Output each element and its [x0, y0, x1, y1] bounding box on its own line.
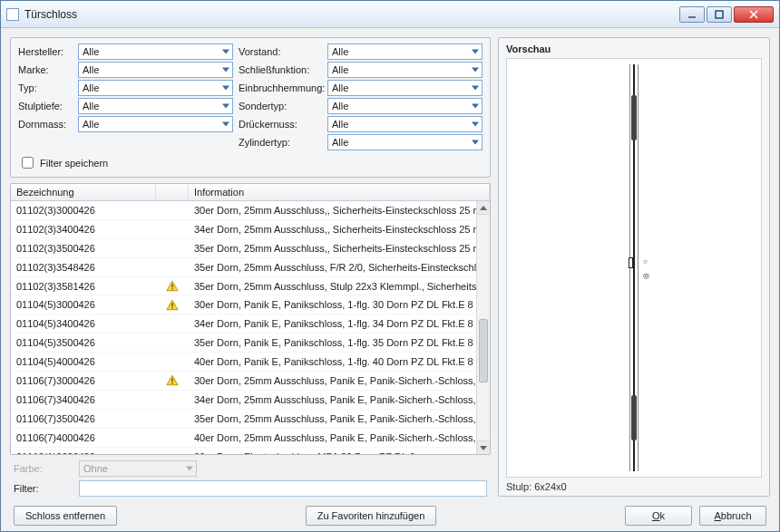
combo-vorstand[interactable]: Alle — [327, 44, 483, 60]
cell-information: 35er Dorn, 25mm Ausschluss, Stulp 22x3 K… — [189, 281, 476, 292]
table-row[interactable]: 01110(1)300042630er Dorn, Einsteckschlos… — [11, 448, 476, 454]
filters-grid: Hersteller: Alle Vorstand: Alle Marke: A… — [18, 44, 483, 150]
combo-value: Alle — [83, 101, 99, 111]
remove-lock-button[interactable]: Schloss entfernen — [14, 506, 117, 526]
table-row[interactable]: 01106(7)400042640er Dorn, 25mm Ausschlus… — [11, 429, 476, 448]
app-icon — [6, 8, 19, 21]
close-button[interactable] — [734, 6, 774, 23]
minimize-button[interactable] — [679, 6, 705, 23]
cell-bezeichnung: 01106(7)3000426 — [11, 375, 156, 386]
svg-rect-8 — [171, 303, 172, 306]
combo-stulptiefe[interactable]: Alle — [78, 98, 233, 114]
combo-value: Ohne — [83, 463, 108, 474]
preview-element-top — [631, 95, 637, 140]
table-row[interactable]: 01104(5)300042630er Dorn, Panik E, Panik… — [11, 295, 476, 314]
maximize-button[interactable] — [707, 6, 732, 23]
cell-warn — [156, 280, 189, 292]
cell-information: 35er Dorn, 25mm Ausschluss, Panik E, Pan… — [189, 413, 476, 424]
vertical-scrollbar[interactable] — [476, 201, 490, 454]
grid-header: Bezeichnung Information — [11, 184, 490, 201]
cell-information: 34er Dorn, Panik E, Panikschloss, 1-flg.… — [189, 318, 476, 329]
combo-value: Alle — [332, 101, 348, 111]
cell-information: 40er Dorn, Panik E, Panikschloss, 1-flg.… — [189, 356, 476, 367]
cell-bezeichnung: 01104(5)3000426 — [11, 299, 156, 310]
combo-hersteller[interactable]: Alle — [78, 44, 233, 60]
combo-marke[interactable]: Alle — [78, 62, 233, 78]
label-marke: Marke: — [18, 64, 73, 75]
combo-drueckernuss[interactable]: Alle — [327, 116, 483, 132]
cell-bezeichnung: 01102(3)3000426 — [11, 205, 156, 216]
label-schliessfunktion: Schließfunktion: — [239, 64, 322, 75]
cell-information: 34er Dorn, 25mm Ausschluss, Panik E, Pan… — [189, 394, 476, 405]
dialog-window: Türschloss Hersteller: Alle Vorstand: Al… — [0, 0, 780, 532]
filters-panel: Hersteller: Alle Vorstand: Alle Marke: A… — [10, 37, 491, 178]
table-row[interactable]: 01106(7)340042634er Dorn, 25mm Ausschlus… — [11, 391, 476, 410]
window-title: Türschloss — [24, 8, 679, 21]
ok-button[interactable]: Ok — [625, 506, 692, 526]
save-filter-checkbox[interactable] — [22, 157, 34, 169]
table-row[interactable]: 01106(7)300042630er Dorn, 25mm Ausschlus… — [11, 372, 476, 391]
cancel-button[interactable]: Abbruch — [699, 506, 766, 526]
cell-information: 34er Dorn, 25mm Ausschluss,, Sicherheits… — [189, 224, 476, 235]
label-einbruchhemmung: Einbruchhemmung: — [239, 82, 322, 93]
scroll-up-arrow-icon[interactable] — [477, 201, 490, 215]
label-drueckernuss: Drückernuss: — [239, 119, 322, 130]
preview-latch — [629, 257, 633, 268]
col-header-information[interactable]: Information — [189, 184, 490, 200]
table-row[interactable]: 01104(5)400042640er Dorn, Panik E, Panik… — [11, 353, 476, 372]
cell-warn — [156, 374, 189, 386]
combo-value: Alle — [332, 46, 348, 57]
combo-dornmass[interactable]: Alle — [78, 116, 233, 132]
combo-value: Alle — [83, 82, 99, 93]
add-favorite-button[interactable]: Zu Favoriten hinzufügen — [306, 506, 437, 526]
below-grid-controls: Farbe: Ohne Filter: — [10, 460, 491, 497]
filter-input[interactable] — [79, 480, 487, 497]
svg-rect-11 — [171, 379, 172, 382]
save-filter-row: Filter speichern — [18, 154, 483, 171]
preview-canvas: ○ ◎ — [506, 58, 762, 478]
warning-icon — [166, 280, 179, 292]
cell-information: 35er Dorn, 25mm Ausschluss, F/R 2/0, Sic… — [189, 262, 476, 273]
table-row[interactable]: 01102(3)358142635er Dorn, 25mm Ausschlus… — [11, 277, 476, 296]
combo-value: Alle — [332, 137, 348, 148]
preview-title: Vorschau — [506, 44, 762, 54]
combo-value: Alle — [332, 64, 348, 75]
table-row[interactable]: 01102(3)350042635er Dorn, 25mm Ausschlus… — [11, 239, 476, 258]
cell-bezeichnung: 01106(7)3500426 — [11, 413, 156, 424]
combo-sondertyp[interactable]: Alle — [327, 98, 483, 114]
filters-panel-wrap: Hersteller: Alle Vorstand: Alle Marke: A… — [10, 37, 491, 178]
combo-value: Alle — [83, 46, 99, 57]
table-row[interactable]: 01102(3)354842635er Dorn, 25mm Ausschlus… — [11, 258, 476, 277]
save-filter-label: Filter speichern — [40, 158, 108, 169]
combo-value: Alle — [332, 119, 348, 130]
preview-edge-right — [638, 64, 639, 471]
combo-schliessfunktion[interactable]: Alle — [327, 62, 483, 78]
label-hersteller: Hersteller: — [18, 46, 73, 57]
table-row[interactable]: 01104(5)340042634er Dorn, Panik E, Panik… — [11, 314, 476, 334]
table-row[interactable]: 01102(3)300042630er Dorn, 25mm Ausschlus… — [11, 201, 476, 220]
svg-rect-12 — [171, 383, 172, 384]
svg-rect-5 — [171, 284, 172, 287]
combo-farbe: Ohne — [79, 460, 197, 477]
label-zylindertyp: Zylindertyp: — [239, 137, 322, 148]
combo-value: Alle — [332, 82, 348, 93]
preview-mark-a: ○ — [643, 257, 648, 266]
label-dornmass: Dornmass: — [18, 119, 73, 130]
cell-bezeichnung: 01102(3)3548426 — [11, 262, 156, 273]
cell-bezeichnung: 01104(5)3400426 — [11, 318, 156, 329]
table-row[interactable]: 01102(3)340042634er Dorn, 25mm Ausschlus… — [11, 220, 476, 239]
preview-mark-b: ◎ — [643, 272, 649, 280]
combo-einbruchhemmung[interactable]: Alle — [327, 80, 483, 96]
combo-zylindertyp[interactable]: Alle — [327, 134, 483, 150]
combo-typ[interactable]: Alle — [78, 80, 233, 96]
result-grid: Bezeichnung Information 01102(3)30004263… — [10, 183, 491, 455]
table-row[interactable]: 01106(7)350042635er Dorn, 25mm Ausschlus… — [11, 410, 476, 429]
col-header-bezeichnung[interactable]: Bezeichnung — [11, 184, 156, 200]
col-header-warn[interactable] — [156, 184, 189, 200]
cell-bezeichnung: 01102(3)3400426 — [11, 224, 156, 235]
combo-value: Alle — [83, 64, 99, 75]
scroll-down-arrow-icon[interactable] — [477, 440, 490, 454]
table-row[interactable]: 01104(5)350042635er Dorn, Panik E, Panik… — [11, 334, 476, 353]
grid-body: 01102(3)300042630er Dorn, 25mm Ausschlus… — [11, 201, 490, 454]
scroll-thumb[interactable] — [479, 319, 488, 382]
